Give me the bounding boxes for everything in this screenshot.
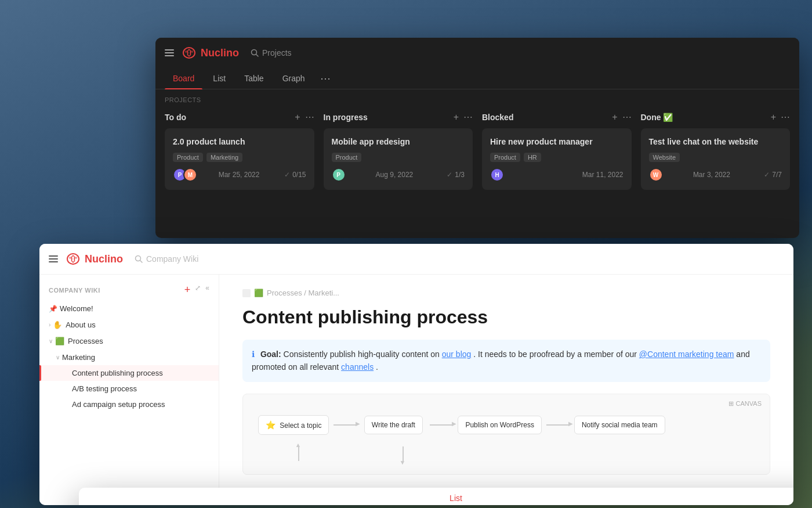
- card-title-hire-pm: Hire new product manager: [490, 136, 624, 147]
- card-progress-live-chat: ✓ 7/7: [764, 171, 782, 179]
- step-label-1: Select a topic: [280, 421, 321, 430]
- flow-step-3: Publish on WordPress: [458, 416, 542, 434]
- sidebar-label-about-us: About us: [66, 320, 200, 329]
- info-text-goal: Consistently publish high-quality conten…: [284, 350, 440, 359]
- sidebar-title: COMPANY WIKI: [49, 287, 100, 294]
- sidebar-item-content-publishing[interactable]: Content publishing process: [39, 365, 219, 381]
- search-icon-top: [251, 49, 259, 57]
- sidebar-collapse-btn[interactable]: «: [205, 284, 209, 296]
- sidebar-expand-btn[interactable]: ⤢: [195, 284, 201, 296]
- flow-step-1: ⭐ Select a topic: [258, 415, 329, 435]
- tabs-bar-bottom: List Board Table Graph ⋯: [79, 488, 793, 505]
- flow-arrow-2: [425, 424, 458, 426]
- sidebar-item-ab-testing[interactable]: A/B testing process: [39, 381, 219, 397]
- column-inprogress: In progress + ⋯ Mobile app redesign Prod…: [324, 111, 473, 190]
- search-icon-bottom: [135, 255, 143, 263]
- col-add-blocked[interactable]: +: [612, 112, 617, 123]
- step-box-2: Write the draft: [364, 416, 423, 434]
- logo-text-bottom: Nuclino: [85, 253, 123, 265]
- col-add-inprogress[interactable]: +: [454, 112, 459, 123]
- logo-bottom: Nuclino: [65, 251, 123, 267]
- hamburger-menu-bottom[interactable]: [49, 255, 58, 262]
- sidebar-label-welcome: Welcome!: [60, 304, 209, 313]
- sidebar-add-btn[interactable]: +: [184, 284, 191, 296]
- col-title-todo: To do: [165, 113, 186, 122]
- card-footer-mobile-redesign: P Aug 9, 2022 ✓ 1/3: [332, 168, 465, 182]
- hamburger-menu-top[interactable]: [165, 49, 174, 56]
- sidebar-item-welcome[interactable]: 📌 Welcome!: [39, 301, 219, 316]
- icon-processes: 🟩: [55, 337, 64, 345]
- svg-point-6: [69, 257, 71, 259]
- col-more-done[interactable]: ⋯: [781, 111, 790, 123]
- breadcrumb-text: Processes / Marketi...: [267, 289, 339, 297]
- sidebar-label-processes: Processes: [68, 337, 200, 345]
- sidebar-label-ad-campaign: Ad campaign setup process: [72, 400, 209, 409]
- tag-product-3: Product: [490, 153, 520, 162]
- window-wiki: Nuclino Company Wiki List Board Table Gr…: [39, 244, 793, 505]
- tab-more-top[interactable]: ⋯: [316, 72, 335, 85]
- tag-product-2: Product: [332, 153, 362, 162]
- col-actions-done: + ⋯: [771, 111, 790, 123]
- chevron-about-us: ›: [49, 322, 50, 328]
- sidebar: COMPANY WIKI + ⤢ « 📌 Welcome! › ✋ About …: [39, 275, 219, 505]
- sidebar-header: COMPANY WIKI + ⤢ «: [39, 279, 219, 301]
- col-actions-inprogress: + ⋯: [454, 111, 473, 123]
- link-channels[interactable]: channels: [341, 362, 374, 372]
- breadcrumb-icon: 🟩: [254, 289, 263, 297]
- card-title-live-chat: Test live chat on the website: [649, 136, 782, 147]
- tab-graph-top[interactable]: Graph: [274, 68, 313, 89]
- icon-about-us: ✋: [53, 320, 62, 329]
- info-box: ℹ Goal: Consistently publish high-qualit…: [242, 340, 770, 382]
- arrow-line-2: [430, 424, 453, 426]
- titlebar-bottom: Nuclino Company Wiki: [39, 244, 793, 275]
- sidebar-item-processes[interactable]: ∨ 🟩 Processes: [39, 333, 219, 349]
- brain-logo-bottom: [65, 251, 81, 267]
- vert-area-2: ▼: [368, 446, 438, 461]
- tab-board-top[interactable]: Board: [165, 68, 202, 89]
- avatar-3: P: [332, 168, 346, 182]
- tab-table-top[interactable]: Table: [236, 68, 271, 89]
- col-header-inprogress: In progress + ⋯: [324, 111, 473, 123]
- col-header-blocked: Blocked + ⋯: [482, 111, 632, 123]
- flow-step-4: Notify social media team: [574, 416, 665, 434]
- col-more-blocked[interactable]: ⋯: [622, 111, 632, 123]
- canvas-area: ⊞ CANVAS ⭐ Select a topic: [242, 394, 770, 475]
- link-content-team[interactable]: @Content marketing team: [639, 350, 734, 359]
- search-area-top[interactable]: Projects: [251, 48, 292, 57]
- card-mobile-redesign[interactable]: Mobile app redesign Product P Aug 9, 202…: [324, 128, 473, 190]
- card-tags-mobile-redesign: Product: [332, 153, 465, 162]
- card-date-live-chat: Mar 3, 2022: [693, 171, 730, 179]
- breadcrumb-checkbox: [242, 289, 251, 297]
- sidebar-actions: + ⤢ «: [184, 284, 209, 296]
- step-box-4: Notify social media team: [574, 416, 665, 434]
- sidebar-item-ad-campaign[interactable]: Ad campaign setup process: [39, 397, 219, 412]
- link-our-blog[interactable]: our blog: [442, 350, 472, 359]
- col-header-done: Done ✅ + ⋯: [641, 111, 791, 123]
- tab-list-top[interactable]: List: [205, 68, 234, 89]
- tabs-bar-top: Board List Table Graph ⋯: [155, 68, 799, 89]
- card-live-chat[interactable]: Test live chat on the website Website W …: [641, 128, 791, 190]
- sidebar-label-marketing: Marketing: [62, 353, 200, 362]
- card-avatars-product-launch: P M: [173, 168, 194, 182]
- avatar-hr: H: [490, 168, 504, 182]
- col-more-todo[interactable]: ⋯: [305, 111, 314, 123]
- chevron-marketing: ∨: [56, 354, 60, 361]
- sidebar-item-marketing[interactable]: ∨ Marketing: [39, 349, 219, 365]
- arrow-line-3: [546, 424, 570, 426]
- col-add-todo[interactable]: +: [295, 112, 300, 123]
- vert-spacer-1: [334, 446, 368, 461]
- sidebar-item-about-us[interactable]: › ✋ About us: [39, 316, 219, 333]
- chevron-processes: ∨: [49, 338, 53, 344]
- card-progress-mobile-redesign: ✓ 1/3: [447, 171, 465, 179]
- card-progress-product-launch: ✓ 0/15: [284, 171, 306, 179]
- flow-arrow-3: [542, 424, 574, 426]
- col-more-inprogress[interactable]: ⋯: [463, 111, 473, 123]
- tab-list-bottom[interactable]: List: [441, 488, 470, 505]
- info-text-2: . It needs to be proofread by a member o…: [473, 350, 637, 359]
- tag-marketing: Marketing: [206, 153, 242, 162]
- card-hire-pm[interactable]: Hire new product manager Product HR H Ma…: [482, 128, 632, 190]
- card-product-launch[interactable]: 2.0 product launch Product Marketing P M…: [165, 128, 314, 190]
- search-area-bottom[interactable]: Company Wiki: [135, 254, 198, 264]
- col-add-done[interactable]: +: [771, 112, 776, 123]
- svg-point-1: [185, 51, 187, 53]
